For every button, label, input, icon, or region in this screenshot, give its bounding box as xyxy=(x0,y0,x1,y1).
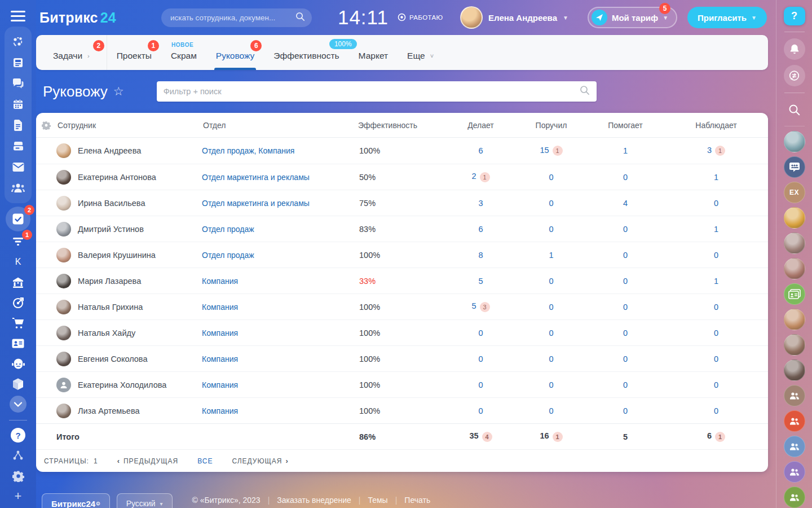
footer-link-print[interactable]: Печать xyxy=(397,496,438,505)
rail-extranet[interactable]: EX xyxy=(784,182,805,203)
menu-icon[interactable] xyxy=(11,11,25,22)
sidebar-item-shop[interactable] xyxy=(8,313,28,333)
assigned-cell[interactable]: 0 xyxy=(516,303,586,312)
does-cell[interactable]: 6 xyxy=(445,146,516,155)
does-cell[interactable]: 5 xyxy=(445,277,516,286)
language-selector[interactable]: Русский▾ xyxy=(117,493,173,508)
sidebar-item-calendar[interactable] xyxy=(8,95,28,114)
table-row[interactable]: Екатерина Антонова Отдел маркетинга и ре… xyxy=(36,164,768,190)
table-row[interactable]: Лиза Артемьева Компания 100% 0 0 0 0 xyxy=(36,397,768,423)
watches-cell[interactable]: 1 xyxy=(664,277,768,286)
watches-cell[interactable]: 0 xyxy=(664,354,768,364)
col-header-helps[interactable]: Помогает xyxy=(586,121,664,130)
helps-cell[interactable]: 0 xyxy=(586,380,664,389)
sidebar-item-sitemap[interactable] xyxy=(8,445,28,466)
table-row[interactable]: Мария Лазарева Компания 33% 5 0 0 1 xyxy=(36,268,768,294)
does-cell[interactable]: 0 xyxy=(445,406,516,415)
sidebar-item-crm[interactable]: 1 xyxy=(8,231,28,252)
prev-page-button[interactable]: ‹ПРЕДЫДУЩАЯ xyxy=(117,457,179,465)
tab-projects[interactable]: Проекты1 xyxy=(107,35,161,70)
assigned-cell[interactable]: 0 xyxy=(516,380,586,389)
table-row[interactable]: Елена Андреева Отдел продаж, Компания 10… xyxy=(36,138,768,164)
assigned-cell[interactable]: 0 xyxy=(516,406,586,415)
assigned-cell[interactable]: 0 xyxy=(516,199,586,208)
does-cell[interactable]: 8 xyxy=(445,251,516,260)
sidebar-item-add[interactable]: + xyxy=(8,486,28,506)
messenger-icon[interactable] xyxy=(784,65,805,86)
rail-avatar-2[interactable] xyxy=(784,207,805,229)
watches-cell[interactable]: 1 xyxy=(664,173,768,182)
sidebar-item-market[interactable] xyxy=(8,272,28,292)
does-cell[interactable]: 0 xyxy=(445,329,516,338)
tab-tasks[interactable]: Задачи›2 xyxy=(42,35,107,70)
department-link[interactable]: Компания xyxy=(202,406,238,415)
does-cell[interactable]: 6 xyxy=(445,225,516,234)
sidebar-item-help[interactable]: ? xyxy=(8,425,28,445)
assigned-cell[interactable]: 0 xyxy=(516,173,586,182)
notifications-bell-icon[interactable] xyxy=(784,38,805,60)
department-link[interactable]: Отдел продаж xyxy=(202,225,254,234)
watches-cell[interactable]: 1 xyxy=(664,225,768,234)
rail-chat-brown[interactable] xyxy=(784,385,805,406)
table-settings-gear-icon[interactable] xyxy=(36,121,56,130)
tariff-button[interactable]: Мой тариф ▼ 5 xyxy=(588,7,677,28)
sidebar-item-workgroups[interactable] xyxy=(8,178,28,198)
sidebar-item-drive[interactable] xyxy=(8,137,28,156)
table-row[interactable]: Екатерина Холодилова Компания 100% 0 0 0… xyxy=(36,371,768,397)
col-header-watches[interactable]: Наблюдает xyxy=(664,121,768,130)
rail-avatar-1[interactable] xyxy=(784,131,805,152)
helps-cell[interactable]: 0 xyxy=(586,406,664,415)
department-link[interactable]: Отдел маркетинга и рекламы xyxy=(202,199,310,208)
rail-chat-red[interactable] xyxy=(784,410,805,432)
watches-cell[interactable]: 0 xyxy=(664,251,768,260)
helps-cell[interactable]: 0 xyxy=(586,251,664,260)
logo[interactable]: Битрикс24 xyxy=(39,10,116,26)
department-link[interactable]: Компания xyxy=(202,303,238,312)
assigned-cell[interactable]: 0 xyxy=(516,354,586,364)
tab-efficiency[interactable]: Эффективность100% xyxy=(264,35,348,70)
watches-cell[interactable]: 31 xyxy=(664,146,768,156)
rail-avatar-5[interactable] xyxy=(784,309,805,330)
helps-cell[interactable]: 0 xyxy=(586,225,664,234)
table-row[interactable]: Наталья Хайду Компания 100% 0 0 0 0 xyxy=(36,319,768,345)
assigned-cell[interactable]: 0 xyxy=(516,277,586,286)
assigned-cell[interactable]: 0 xyxy=(516,225,586,234)
invite-button[interactable]: Пригласить ▼ xyxy=(687,7,767,28)
table-row[interactable]: Валерия Крушинина Отдел продаж 100% 8 1 … xyxy=(36,242,768,268)
sidebar-item-contact-center[interactable] xyxy=(8,333,28,353)
does-cell[interactable]: 53 xyxy=(445,301,516,312)
rail-chat-purple[interactable] xyxy=(784,461,805,483)
assigned-cell[interactable]: 1 xyxy=(516,251,586,260)
all-pages-button[interactable]: ВСЕ xyxy=(197,457,213,465)
rail-avatar-7[interactable] xyxy=(784,360,805,381)
watches-cell[interactable]: 0 xyxy=(664,303,768,312)
table-row[interactable]: Ирина Васильева Отдел маркетинга и рекла… xyxy=(36,190,768,216)
sidebar-item-news[interactable] xyxy=(8,53,28,72)
watches-cell[interactable]: 0 xyxy=(664,406,768,415)
table-row[interactable]: Евгения Соколова Компания 100% 0 0 0 0 xyxy=(36,345,768,371)
sidebar-item-crm-target[interactable] xyxy=(8,292,28,313)
rail-group-chat[interactable] xyxy=(784,156,805,178)
sidebar-item-k[interactable]: K xyxy=(8,252,28,272)
next-page-button[interactable]: СЛЕДУЮЩАЯ› xyxy=(232,457,288,465)
col-header-does[interactable]: Делает xyxy=(445,121,516,130)
work-status[interactable]: РАБОТАЮ xyxy=(398,13,443,23)
footer-link-themes[interactable]: Темы xyxy=(360,496,395,505)
rail-avatar-6[interactable] xyxy=(784,334,805,356)
tab-supervise[interactable]: Руковожу6 xyxy=(206,35,264,70)
work-clock[interactable]: 14:11 xyxy=(338,6,389,29)
helps-cell[interactable]: 0 xyxy=(586,277,664,286)
helps-cell[interactable]: 1 xyxy=(586,146,664,155)
tab-scrum[interactable]: СкрамНОВОЕ xyxy=(161,35,206,70)
footer-brand-button[interactable]: Битрикс24⊙ xyxy=(42,493,110,508)
rail-avatar-4[interactable] xyxy=(784,258,805,279)
department-link[interactable]: Компания xyxy=(202,329,238,338)
sidebar-item-apps-cube[interactable] xyxy=(8,374,28,394)
global-search-input[interactable] xyxy=(170,14,295,22)
col-header-department[interactable]: Отдел xyxy=(202,121,357,130)
rail-chat-blue[interactable] xyxy=(784,436,805,457)
does-cell[interactable]: 21 xyxy=(445,172,516,182)
department-link[interactable]: Отдел продаж xyxy=(202,251,254,260)
helps-cell[interactable]: 0 xyxy=(586,354,664,364)
helps-cell[interactable]: 4 xyxy=(586,199,664,208)
